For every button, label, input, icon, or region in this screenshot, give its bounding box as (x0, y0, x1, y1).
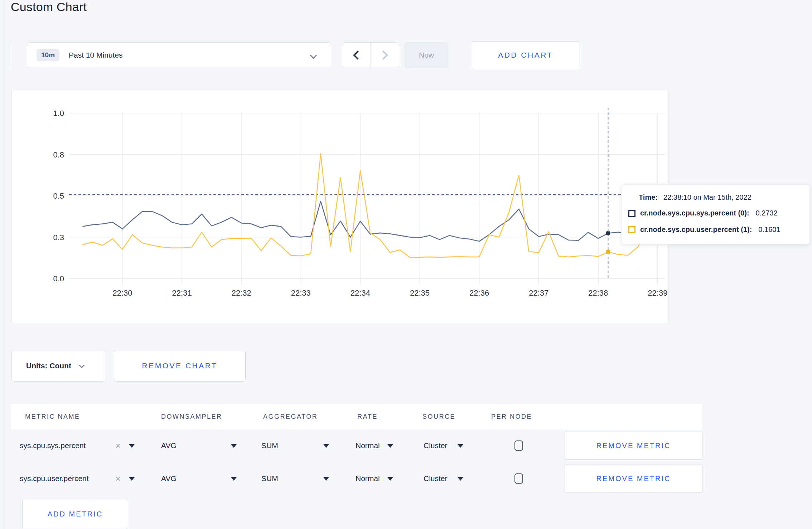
units-select[interactable]: Units: Count (11, 350, 106, 382)
time-range-badge: 10m (37, 49, 59, 61)
aggregator-caret-icon[interactable] (323, 444, 329, 448)
aggregator-select[interactable]: SUM (261, 474, 278, 483)
per-node-checkbox[interactable] (514, 441, 523, 451)
custom-chart-page: Custom Chart 10m Past 10 Minutes Now ADD… (0, 0, 812, 529)
remove-metric-button[interactable]: REMOVE METRIC (565, 432, 702, 460)
tooltip-time-value: 22:38:10 on Mar 15th, 2022 (663, 193, 751, 201)
add-chart-button[interactable]: ADD CHART (472, 41, 579, 69)
svg-text:0.8: 0.8 (53, 150, 64, 159)
svg-text:22:36: 22:36 (469, 288, 489, 297)
svg-text:0.0: 0.0 (53, 274, 64, 283)
clear-metric-icon[interactable]: × (115, 441, 121, 450)
add-metric-button[interactable]: ADD METRIC (22, 500, 128, 528)
remove-metric-button[interactable]: REMOVE METRIC (565, 465, 702, 492)
metrics-table-header: METRIC NAME DOWNSAMPLER AGGREGATOR RATE … (11, 404, 702, 429)
time-range-label: Past 10 Minutes (69, 51, 123, 59)
col-header-source: SOURCE (422, 404, 455, 429)
svg-text:0.3: 0.3 (53, 233, 64, 242)
rate-select[interactable]: Normal (356, 474, 380, 483)
svg-text:22:30: 22:30 (112, 288, 132, 297)
metric-name-value[interactable]: sys.cpu.sys.percent (20, 441, 86, 450)
source-select[interactable]: Cluster (424, 441, 448, 450)
time-pager (342, 42, 399, 68)
rate-caret-icon[interactable] (387, 444, 393, 448)
col-header-per-node: PER NODE (491, 404, 532, 429)
now-button[interactable]: Now (405, 42, 448, 68)
svg-text:22:38: 22:38 (588, 288, 608, 297)
svg-text:22:33: 22:33 (291, 288, 311, 297)
toolbar-divider (11, 42, 11, 68)
aggregator-caret-icon[interactable] (323, 477, 329, 481)
svg-text:1.0: 1.0 (53, 109, 64, 118)
rate-caret-icon[interactable] (387, 477, 393, 481)
remove-chart-button[interactable]: REMOVE CHART (114, 350, 246, 382)
series-sys-swatch-icon (628, 210, 635, 217)
svg-text:22:35: 22:35 (410, 288, 430, 297)
downsampler-caret-icon[interactable] (231, 477, 237, 481)
prev-interval-button[interactable] (342, 43, 371, 68)
tooltip-series-label: cr.node.sys.cpu.user.percent (1): (640, 225, 752, 234)
tooltip-series-label: cr.node.sys.cpu.sys.percent (0): (640, 209, 749, 217)
aggregator-select[interactable]: SUM (261, 441, 278, 450)
tooltip-series-row: cr.node.sys.cpu.user.percent (1): 0.1601 (628, 225, 780, 234)
time-range-select[interactable]: 10m Past 10 Minutes (27, 42, 331, 68)
metric-dropdown-caret-icon[interactable] (129, 477, 135, 481)
next-interval-button[interactable] (371, 43, 399, 68)
col-header-aggregator: AGGREGATOR (263, 404, 318, 429)
table-row: sys.cpu.user.percent × AVG SUM Normal Cl… (11, 462, 702, 495)
downsampler-caret-icon[interactable] (231, 444, 237, 448)
time-series-chart[interactable]: 0.00.30.50.81.022:3022:3122:3222:3322:34… (12, 90, 669, 324)
page-left-divider (3, 0, 3, 529)
tooltip-series-value: 0.2732 (756, 209, 778, 217)
col-header-downsampler: DOWNSAMPLER (161, 404, 222, 429)
page-title: Custom Chart (11, 0, 87, 14)
chevron-left-icon (353, 50, 362, 59)
downsampler-select[interactable]: AVG (161, 474, 177, 483)
svg-text:22:37: 22:37 (529, 288, 548, 297)
tooltip-series-row: cr.node.sys.cpu.sys.percent (0): 0.2732 (628, 209, 778, 217)
metric-name-value[interactable]: sys.cpu.user.percent (20, 474, 89, 483)
chevron-down-icon (310, 52, 316, 58)
tooltip-time-row: Time:22:38:10 on Mar 15th, 2022 (639, 193, 751, 202)
units-label: Units: Count (26, 361, 71, 370)
source-select[interactable]: Cluster (424, 474, 448, 483)
per-node-checkbox[interactable] (514, 474, 523, 484)
chart-card: 0.00.30.50.81.022:3022:3122:3222:3322:34… (11, 90, 669, 324)
source-caret-icon[interactable] (458, 477, 463, 481)
chevron-right-icon (379, 50, 388, 59)
chart-tooltip: Time:22:38:10 on Mar 15th, 2022 cr.node.… (621, 184, 810, 244)
svg-text:22:32: 22:32 (232, 288, 251, 297)
source-caret-icon[interactable] (458, 444, 463, 448)
chevron-down-icon (79, 363, 85, 368)
downsampler-select[interactable]: AVG (161, 441, 177, 450)
table-row: sys.cpu.sys.percent × AVG SUM Normal Clu… (11, 429, 702, 462)
clear-metric-icon[interactable]: × (115, 474, 121, 483)
svg-text:0.5: 0.5 (53, 191, 64, 200)
svg-text:22:34: 22:34 (351, 288, 370, 297)
tooltip-time-label: Time: (639, 193, 658, 201)
series-user-swatch-icon (628, 226, 635, 233)
col-header-metric-name: METRIC NAME (25, 404, 80, 429)
tooltip-series-value: 0.1601 (758, 225, 780, 234)
col-header-rate: RATE (357, 404, 378, 429)
svg-text:22:31: 22:31 (172, 288, 192, 297)
svg-text:22:39: 22:39 (648, 288, 667, 297)
rate-select[interactable]: Normal (356, 441, 380, 450)
metric-dropdown-caret-icon[interactable] (129, 444, 135, 448)
